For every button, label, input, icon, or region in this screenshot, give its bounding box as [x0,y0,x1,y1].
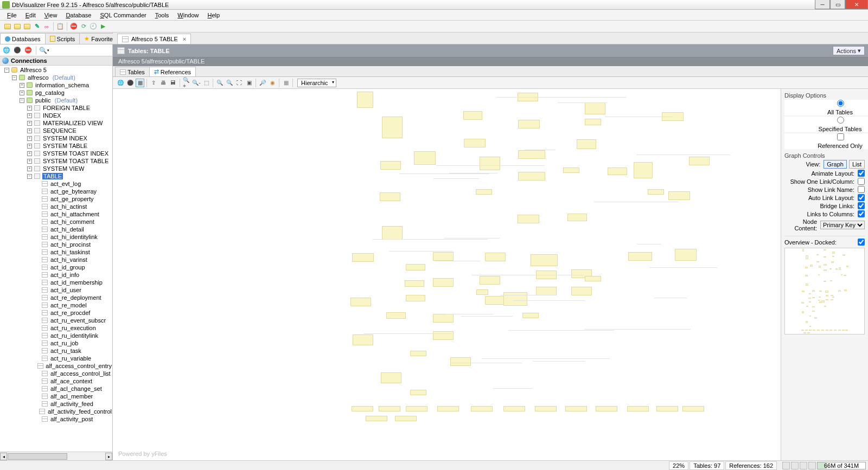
zoom-region-button[interactable]: ⬚ [202,79,210,87]
expand-toggle[interactable] [35,197,40,202]
zoom-in-button[interactable]: 🔍+ [182,79,191,87]
all-tables-radio[interactable] [837,100,844,107]
expand-toggle[interactable]: + [27,113,32,118]
expand-toggle[interactable] [35,189,40,194]
expand-toggle[interactable] [35,341,40,346]
clipboard-button[interactable]: 📋 [56,22,65,31]
zoom-fit-button[interactable]: 🔍 [215,79,224,87]
expand-toggle[interactable]: − [20,98,24,103]
graph-node[interactable] [689,157,710,165]
layout-combo[interactable]: Hierarchic [297,79,336,87]
open-folder3-button[interactable] [23,22,31,31]
graph-node[interactable] [608,168,627,175]
disconnect-button[interactable]: ⚫ [13,46,22,55]
graph-node[interactable] [352,253,374,262]
memory-bar[interactable]: 66M of 341M [817,462,866,469]
graph-node[interactable] [656,406,678,411]
menu-sql-commander[interactable]: SQL Commander [96,11,150,20]
expand-toggle[interactable] [35,349,40,353]
scroll-thumb[interactable] [8,453,67,460]
tree-node[interactable]: act_hi_actinst [0,203,112,210]
open-folder2-button[interactable] [13,22,22,31]
graph-node[interactable] [379,406,400,411]
grid-button[interactable]: ▦ [282,79,290,87]
tree-node[interactable]: act_hi_procinst [0,241,112,248]
graph-node[interactable] [485,296,506,305]
graph-node[interactable] [571,287,592,295]
status-indicator[interactable] [808,462,816,469]
graph-node[interactable] [536,287,557,295]
view-list-button[interactable]: List [849,160,865,169]
expand-toggle[interactable] [35,220,40,224]
expand-toggle[interactable]: + [27,128,32,133]
layout-button[interactable]: ▦ [136,79,144,87]
tree-node[interactable]: act_ru_execution [0,324,112,332]
graph-node[interactable] [414,151,436,165]
graph-node[interactable] [567,214,587,221]
menu-file[interactable]: File [3,11,21,20]
show-one-link-checkbox[interactable] [858,178,865,185]
graph-node[interactable] [433,331,454,340]
expand-toggle[interactable]: − [12,75,17,80]
expand-toggle[interactable]: + [27,144,32,149]
graph-node[interactable] [596,406,617,411]
tree-node[interactable]: −Alfresco 5 [0,66,112,74]
expand-toggle[interactable]: − [27,174,32,179]
graph-node[interactable] [350,298,371,306]
export-button[interactable]: ⇪ [149,79,158,87]
graph-node[interactable] [480,157,500,170]
graph-node[interactable] [485,253,506,261]
graph-node[interactable] [627,406,649,411]
print-button[interactable]: 🖶 [159,79,168,87]
graph-node[interactable] [648,189,664,195]
bridge-links-checkbox[interactable] [858,202,865,209]
expand-toggle[interactable] [35,295,40,300]
reload-button[interactable]: 🌐 [116,79,125,87]
tree-node[interactable]: alf_activity_post [0,415,112,423]
subtab-references[interactable]: ⇄References [149,67,196,76]
subtab-tables[interactable]: Tables [115,67,150,76]
tree-node[interactable]: act_hi_comment [0,218,112,226]
tree-node[interactable]: +SYSTEM INDEX [0,134,112,142]
tree-node[interactable]: act_id_membership [0,279,112,286]
tree-node[interactable]: act_ge_bytearray [0,188,112,195]
scroll-right-arrow[interactable]: ▸ [105,453,112,460]
left-horizontal-scrollbar[interactable]: ◂ ▸ [0,452,112,460]
graph-node[interactable] [380,192,400,201]
tree-node[interactable]: act_id_group [0,263,112,271]
actions-dropdown[interactable]: Actions▾ [833,46,865,55]
expand-toggle[interactable]: − [4,68,9,73]
node-content-select[interactable]: Primary Key [820,221,865,229]
tree-node[interactable]: act_ge_property [0,195,112,203]
tree-node[interactable]: −public (Default) [0,96,112,104]
expand-toggle[interactable] [33,409,37,414]
graph-node[interactable] [634,162,653,178]
highlight-button[interactable]: ◉ [268,79,277,87]
expand-toggle[interactable] [35,280,40,285]
expand-toggle[interactable] [35,402,40,407]
tree-node[interactable]: act_hi_detail [0,226,112,233]
zoom-actual-button[interactable]: 🔍 [225,79,234,87]
tree-node[interactable]: act_ru_event_subscr [0,317,112,324]
tree-node[interactable]: alf_activity_feed [0,400,112,408]
tree-node[interactable]: act_evt_log [0,180,112,188]
expand-toggle[interactable]: + [27,121,32,126]
graph-node[interactable] [476,289,488,295]
expand-toggle[interactable] [35,371,40,376]
find-button[interactable]: 🔎 [258,79,267,87]
expand-toggle[interactable] [35,265,40,270]
graph-node[interactable] [406,295,425,301]
expand-toggle[interactable] [35,311,40,316]
tree-node[interactable]: alf_acl_change_set [0,385,112,392]
tree-node[interactable]: +SYSTEM TOAST INDEX [0,150,112,157]
graph-node[interactable] [433,278,454,287]
tree-node[interactable]: −TABLE [0,172,112,180]
tree-node[interactable]: act_id_info [0,271,112,279]
graph-node[interactable] [518,215,539,223]
tree-node[interactable]: act_ru_variable [0,355,112,362]
graph-node[interactable] [433,314,454,323]
menu-edit[interactable]: Edit [22,11,40,20]
graph-node[interactable] [382,226,403,240]
expand-toggle[interactable] [35,394,40,399]
history-button[interactable]: 🕘 [89,22,98,31]
